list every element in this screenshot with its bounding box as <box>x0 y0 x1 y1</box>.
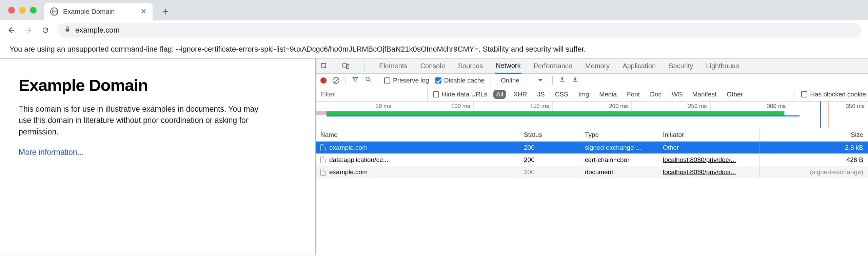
filter-type-img[interactable]: Img <box>576 90 592 99</box>
hide-data-urls-checkbox[interactable]: Hide data URLs <box>433 91 487 98</box>
clear-button[interactable] <box>333 77 339 84</box>
window-close-button[interactable] <box>8 7 15 14</box>
filter-input[interactable] <box>316 87 428 101</box>
filter-type-font[interactable]: Font <box>624 90 643 99</box>
record-button[interactable] <box>320 77 327 84</box>
filter-type-xhr[interactable]: XHR <box>511 90 530 99</box>
devtools-tab-console[interactable]: Console <box>419 59 446 74</box>
ruler-tick: 350 ms <box>789 102 868 111</box>
devtools-tab-elements[interactable]: Elements <box>378 59 408 74</box>
omnibox-url: example.com <box>75 26 120 35</box>
hide-data-urls-label: Hide data URLs <box>442 91 487 98</box>
network-filter-row: Hide data URLs AllXHRJSCSSImgMediaFontDo… <box>316 87 868 102</box>
devtools-tab-application[interactable]: Application <box>622 59 656 74</box>
filter-type-ws[interactable]: WS <box>669 90 685 99</box>
page-heading: Example Domain <box>19 76 297 95</box>
device-toolbar-icon[interactable] <box>341 61 351 71</box>
search-icon[interactable] <box>365 76 372 85</box>
throttling-select[interactable]: Online <box>497 76 546 85</box>
svg-point-3 <box>366 77 369 80</box>
browser-tab[interactable]: Example Domain ✕ <box>44 3 153 20</box>
table-header-row: Name Status Type Initiator Size <box>316 128 868 142</box>
preserve-log-label: Preserve log <box>393 77 429 84</box>
omnibox[interactable]: example.com <box>58 23 861 38</box>
network-timeline[interactable]: 50 ms100 ms150 ms200 ms250 ms300 ms350 m… <box>316 102 868 128</box>
filter-toggle-icon[interactable] <box>352 76 359 85</box>
upload-har-icon[interactable] <box>559 76 566 85</box>
filter-type-css[interactable]: CSS <box>552 90 571 99</box>
timeline-bar <box>316 111 327 115</box>
col-type[interactable]: Type <box>580 128 658 141</box>
request-name: example.com <box>329 144 368 151</box>
domcontentloaded-line <box>820 102 821 128</box>
back-button[interactable] <box>7 25 16 35</box>
preserve-log-checkbox[interactable]: Preserve log <box>384 77 429 84</box>
download-har-icon[interactable] <box>572 76 578 85</box>
forward-button[interactable] <box>24 25 33 35</box>
request-type: cert-chain+cbor <box>580 154 658 166</box>
window-controls <box>8 7 37 14</box>
document-icon <box>320 144 326 151</box>
col-size[interactable]: Size <box>760 128 868 141</box>
disable-cache-label: Disable cache <box>444 77 485 84</box>
devtools-tab-memory[interactable]: Memory <box>585 59 610 74</box>
tab-favicon-globe-icon <box>50 7 58 16</box>
devtools-tab-lighthouse[interactable]: Lighthouse <box>705 59 740 74</box>
devtools-tabbar: ElementsConsoleSourcesNetworkPerformance… <box>316 59 868 74</box>
devtools-tab-network[interactable]: Network <box>495 59 521 74</box>
ruler-tick: 300 ms <box>710 102 789 111</box>
col-status[interactable]: Status <box>519 128 580 141</box>
devtools-tab-performance[interactable]: Performance <box>533 59 573 74</box>
filter-type-manifest[interactable]: Manifest <box>690 90 719 99</box>
network-request-table: Name Status Type Initiator Size example.… <box>316 128 868 255</box>
ruler-tick: 100 ms <box>395 102 474 111</box>
disable-cache-checkbox[interactable]: Disable cache <box>435 77 485 84</box>
request-initiator: Other <box>663 144 679 151</box>
window-minimize-button[interactable] <box>19 7 26 14</box>
ruler-tick: 250 ms <box>631 102 710 111</box>
col-name[interactable]: Name <box>316 128 519 141</box>
request-row[interactable]: example.com200documentlocalhost:8080/pri… <box>316 166 868 178</box>
document-icon <box>320 157 326 163</box>
window-zoom-button[interactable] <box>30 7 37 14</box>
filter-type-doc[interactable]: Doc <box>647 90 664 99</box>
page-paragraph: This domain is for use in illustrative e… <box>19 104 263 138</box>
request-status: 200 <box>519 154 580 166</box>
filter-type-all[interactable]: All <box>493 90 506 99</box>
devtools-tab-sources[interactable]: Sources <box>457 59 484 74</box>
request-row[interactable]: data:application/ce...200cert-chain+cbor… <box>316 154 868 166</box>
tab-title: Example Domain <box>63 8 136 16</box>
reload-button[interactable] <box>41 25 50 35</box>
request-size: 2.8 kB <box>760 142 868 153</box>
timeline-bar <box>327 111 784 115</box>
browser-toolbar: example.com <box>0 20 868 40</box>
more-info-link[interactable]: More information... <box>19 148 84 157</box>
tab-close-icon[interactable]: ✕ <box>140 7 146 16</box>
request-status: 200 <box>519 166 580 178</box>
request-row[interactable]: example.com200signed-exchange ...Other2.… <box>316 142 868 154</box>
filter-type-media[interactable]: Media <box>596 90 619 99</box>
request-status: 200 <box>519 142 580 153</box>
filter-type-other[interactable]: Other <box>724 90 746 99</box>
has-blocked-cookies-checkbox[interactable]: Has blocked cookie <box>801 91 866 98</box>
infobar-text: You are using an unsupported command-lin… <box>9 45 586 53</box>
new-tab-button[interactable] <box>159 5 172 18</box>
browser-tabstrip: Example Domain ✕ <box>0 0 868 20</box>
devtools-tab-security[interactable]: Security <box>668 59 694 74</box>
filter-type-js[interactable]: JS <box>534 90 547 99</box>
request-name: data:application/ce... <box>329 156 388 164</box>
request-size: 426 B <box>760 154 868 166</box>
load-line <box>828 102 828 128</box>
request-name: example.com <box>329 168 368 176</box>
request-type: signed-exchange ... <box>580 142 658 153</box>
page-content: Example Domain This domain is for use in… <box>0 59 315 255</box>
ruler-tick: 150 ms <box>473 102 552 111</box>
col-initiator[interactable]: Initiator <box>658 128 760 141</box>
request-initiator[interactable]: localhost:8080/priv/doc/... <box>663 156 736 164</box>
chevron-down-icon <box>538 79 542 81</box>
document-icon <box>320 169 326 176</box>
throttling-value: Online <box>501 77 519 84</box>
network-toolbar: Preserve log Disable cache Online <box>316 74 868 87</box>
request-initiator[interactable]: localhost:8080/priv/doc/... <box>663 168 736 176</box>
inspect-element-icon[interactable] <box>319 61 329 71</box>
